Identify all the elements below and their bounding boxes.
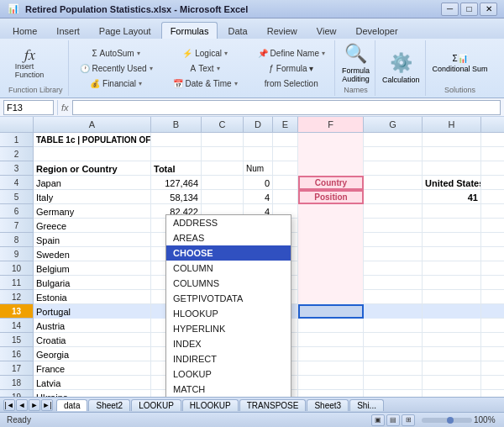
cell-h13[interactable]: [423, 304, 481, 319]
tab-insert[interactable]: Insert: [47, 22, 89, 39]
cell-d4[interactable]: 0: [244, 176, 273, 190]
cell-b5[interactable]: 58,134: [151, 190, 202, 204]
tab-view[interactable]: View: [307, 22, 346, 39]
cell-a7[interactable]: Greece: [34, 219, 151, 233]
cell-h18[interactable]: [423, 376, 481, 390]
cell-a5[interactable]: Italy: [34, 190, 151, 204]
tab-page-layout[interactable]: Page Layout: [90, 22, 160, 39]
prev-tab-button[interactable]: ◄: [16, 399, 28, 411]
text-button[interactable]: A Text ▾: [186, 61, 224, 76]
menu-item-lookup[interactable]: LOOKUP: [166, 366, 291, 382]
cell-g18[interactable]: [364, 376, 423, 390]
cell-h14[interactable]: [423, 319, 481, 333]
tab-formulas[interactable]: Formulas: [161, 22, 218, 39]
cell-g15[interactable]: [364, 333, 423, 347]
cell-h8[interactable]: [423, 233, 481, 247]
cell-f5[interactable]: Position: [298, 190, 364, 204]
cell-f13[interactable]: [298, 304, 364, 319]
cell-g7[interactable]: [364, 219, 423, 233]
cell-b3[interactable]: Total: [151, 161, 202, 176]
zoom-thumb[interactable]: [447, 417, 454, 424]
financial-button[interactable]: 💰 Financial ▾: [86, 76, 146, 91]
cell-a10[interactable]: Belgium: [34, 261, 151, 276]
cell-d3[interactable]: Num: [244, 161, 273, 176]
menu-item-column[interactable]: COLUMN: [166, 261, 291, 276]
cell-b2[interactable]: [151, 147, 202, 161]
cell-a2[interactable]: [34, 147, 151, 161]
cell-h6[interactable]: [423, 204, 481, 219]
cell-f3[interactable]: [298, 161, 364, 176]
zoom-slider[interactable]: [422, 418, 472, 423]
cell-g4[interactable]: [364, 176, 423, 190]
cell-h12[interactable]: [423, 290, 481, 304]
menu-item-choose[interactable]: CHOOSE: [166, 245, 291, 261]
cell-e4[interactable]: [273, 176, 298, 190]
cell-a6[interactable]: Germany: [34, 204, 151, 219]
page-break-view-button[interactable]: ⊞: [402, 414, 415, 426]
create-from-selection-button[interactable]: from Selection: [260, 76, 323, 91]
cell-g13[interactable]: [364, 304, 423, 319]
cell-g14[interactable]: [364, 319, 423, 333]
cell-g2[interactable]: [364, 147, 423, 161]
last-tab-button[interactable]: ►|: [41, 399, 53, 411]
sheet-tab-data[interactable]: data: [56, 399, 87, 411]
cell-a3[interactable]: Region or Country: [34, 161, 151, 176]
cell-a19[interactable]: Ukraine: [34, 390, 151, 397]
cell-f6[interactable]: [298, 204, 364, 219]
cell-b1[interactable]: [151, 133, 202, 147]
page-layout-view-button[interactable]: ▤: [386, 414, 400, 426]
cell-f1[interactable]: [298, 133, 364, 147]
cell-h2[interactable]: [423, 147, 481, 161]
cell-a17[interactable]: France: [34, 361, 151, 376]
tab-data[interactable]: Data: [218, 22, 256, 39]
logical-button[interactable]: ⚡ Logical ▾: [178, 46, 232, 61]
cell-g12[interactable]: [364, 290, 423, 304]
first-tab-button[interactable]: |◄: [3, 399, 15, 411]
menu-item-hyperlink[interactable]: HYPERLINK: [166, 321, 291, 336]
cell-b4[interactable]: 127,464: [151, 176, 202, 190]
cell-e5[interactable]: [273, 190, 298, 204]
cell-h5[interactable]: 41: [423, 190, 481, 204]
cell-h10[interactable]: [423, 261, 481, 276]
cell-e2[interactable]: [273, 147, 298, 161]
cell-g8[interactable]: [364, 233, 423, 247]
cell-f14[interactable]: [298, 319, 364, 333]
cell-h15[interactable]: [423, 333, 481, 347]
cell-c1[interactable]: [202, 133, 244, 147]
cell-g19[interactable]: [364, 390, 423, 397]
sheet-tab-sheet3[interactable]: Sheet3: [307, 399, 349, 411]
cell-c3[interactable]: [202, 161, 244, 176]
cell-g16[interactable]: [364, 347, 423, 361]
cell-d5[interactable]: 4: [244, 190, 273, 204]
sheet-tab-transpose[interactable]: TRANSPOSE: [239, 399, 307, 411]
cell-a12[interactable]: Estonia: [34, 290, 151, 304]
cell-a11[interactable]: Bulgaria: [34, 276, 151, 290]
cell-f19[interactable]: [298, 390, 364, 397]
maximize-button[interactable]: □: [460, 3, 478, 16]
define-name-button[interactable]: 📌 Define Name ▾: [254, 46, 329, 61]
window-controls[interactable]: ─ □ ✕: [441, 3, 497, 16]
cell-h19[interactable]: [423, 390, 481, 397]
tab-home[interactable]: Home: [3, 22, 46, 39]
cell-a4[interactable]: Japan: [34, 176, 151, 190]
cell-f4[interactable]: Country: [298, 176, 364, 190]
cell-g11[interactable]: [364, 276, 423, 290]
cell-g17[interactable]: [364, 361, 423, 376]
cell-h9[interactable]: [423, 247, 481, 261]
cell-g6[interactable]: [364, 204, 423, 219]
cell-a9[interactable]: Sweden: [34, 247, 151, 261]
menu-item-areas[interactable]: AREAS: [166, 230, 291, 245]
cell-e1[interactable]: [273, 133, 298, 147]
next-tab-button[interactable]: ►: [29, 399, 40, 411]
cell-a16[interactable]: Georgia: [34, 347, 151, 361]
cell-g3[interactable]: [364, 161, 423, 176]
cell-g10[interactable]: [364, 261, 423, 276]
cell-f18[interactable]: [298, 376, 364, 390]
close-button[interactable]: ✕: [480, 3, 497, 16]
cell-f7[interactable]: [298, 219, 364, 233]
cell-d1[interactable]: [244, 133, 273, 147]
sheet-tab-sheet2[interactable]: Sheet2: [88, 399, 130, 411]
cell-g9[interactable]: [364, 247, 423, 261]
cell-c4[interactable]: [202, 176, 244, 190]
cell-h3[interactable]: [423, 161, 481, 176]
